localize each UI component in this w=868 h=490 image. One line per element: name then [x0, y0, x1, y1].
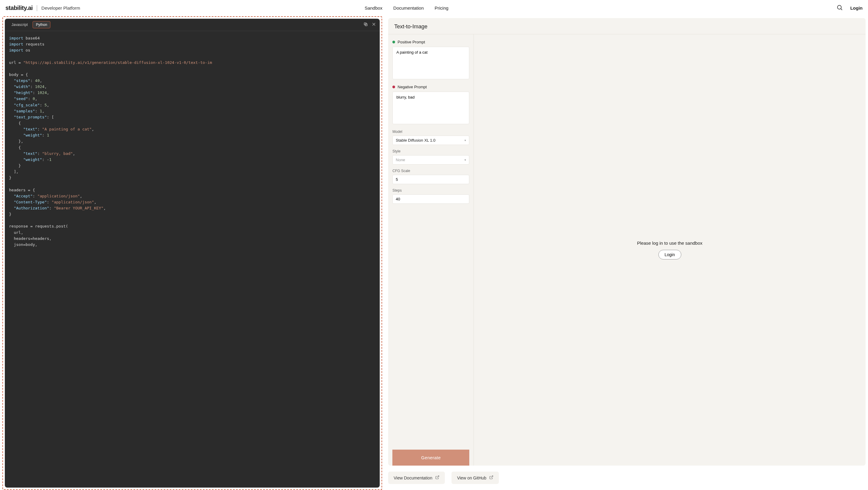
- negative-prompt-label: Negative Prompt: [392, 85, 469, 89]
- view-documentation-link[interactable]: View Documentation: [388, 471, 445, 484]
- card-body: Positive Prompt Negative Prompt Model St…: [388, 34, 866, 466]
- external-link-icon: [489, 475, 493, 480]
- preview-column: Please log in to use the sandbox Login: [474, 34, 866, 466]
- positive-prompt-input[interactable]: [392, 47, 469, 79]
- steps-label: Steps: [392, 188, 469, 193]
- logo[interactable]: stability.ai: [5, 4, 33, 11]
- cfg-label: CFG Scale: [392, 169, 469, 173]
- code-panel: Javascript Python import base64 import r…: [5, 19, 380, 488]
- tab-python[interactable]: Python: [33, 21, 50, 28]
- dot-red-icon: [392, 86, 395, 88]
- right-column: Text-to-Image Positive Prompt Negative P…: [388, 16, 866, 490]
- top-nav: Sandbox Documentation Pricing: [274, 5, 448, 10]
- external-link-icon: [435, 475, 439, 480]
- dot-green-icon: [392, 41, 395, 43]
- platform-label: Developer Platform: [41, 5, 80, 10]
- copy-icon[interactable]: [364, 22, 368, 28]
- header-right: Login: [836, 4, 863, 12]
- svg-point-0: [838, 5, 841, 9]
- main-layout: Javascript Python import base64 import r…: [0, 16, 868, 490]
- svg-line-7: [491, 476, 493, 478]
- svg-line-6: [437, 476, 439, 478]
- model-value: Stable Diffusion XL 1.0: [396, 138, 435, 142]
- style-value: None: [396, 158, 405, 162]
- nav-documentation[interactable]: Documentation: [393, 5, 424, 10]
- close-icon[interactable]: [372, 22, 376, 28]
- svg-line-1: [841, 8, 842, 10]
- nav-sandbox[interactable]: Sandbox: [365, 5, 382, 10]
- preview-message: Please log in to use the sandbox: [637, 240, 703, 246]
- code-header: Javascript Python: [5, 19, 380, 31]
- search-icon[interactable]: [836, 4, 843, 12]
- chevron-down-icon: ▾: [464, 139, 466, 142]
- code-actions: [364, 22, 376, 28]
- logo-divider: [37, 5, 37, 11]
- card-title: Text-to-Image: [388, 18, 866, 34]
- generate-button[interactable]: Generate: [392, 450, 469, 466]
- code-body[interactable]: import base64 import requests import os …: [5, 31, 380, 488]
- cfg-scale-input[interactable]: [392, 175, 469, 184]
- negative-prompt-input[interactable]: [392, 92, 469, 124]
- form-column: Positive Prompt Negative Prompt Model St…: [388, 34, 474, 466]
- tab-javascript[interactable]: Javascript: [8, 22, 31, 28]
- bottom-links: View Documentation View on GitHub: [388, 466, 866, 490]
- positive-prompt-label: Positive Prompt: [392, 40, 469, 44]
- login-link[interactable]: Login: [850, 5, 863, 10]
- nav-pricing[interactable]: Pricing: [435, 5, 448, 10]
- model-label: Model: [392, 130, 469, 134]
- style-label: Style: [392, 149, 469, 153]
- view-github-link[interactable]: View on GitHub: [452, 471, 499, 484]
- steps-input[interactable]: [392, 194, 469, 204]
- header: stability.ai Developer Platform Sandbox …: [0, 0, 868, 16]
- chevron-down-icon: ▾: [464, 158, 466, 162]
- preview-login-button[interactable]: Login: [658, 250, 681, 259]
- logo-text: stability.ai: [5, 4, 33, 11]
- code-highlight-frame: Javascript Python import base64 import r…: [2, 16, 382, 490]
- style-select[interactable]: None ▾: [392, 155, 469, 165]
- sandbox-card: Text-to-Image Positive Prompt Negative P…: [388, 18, 866, 466]
- model-select[interactable]: Stable Diffusion XL 1.0 ▾: [392, 136, 469, 145]
